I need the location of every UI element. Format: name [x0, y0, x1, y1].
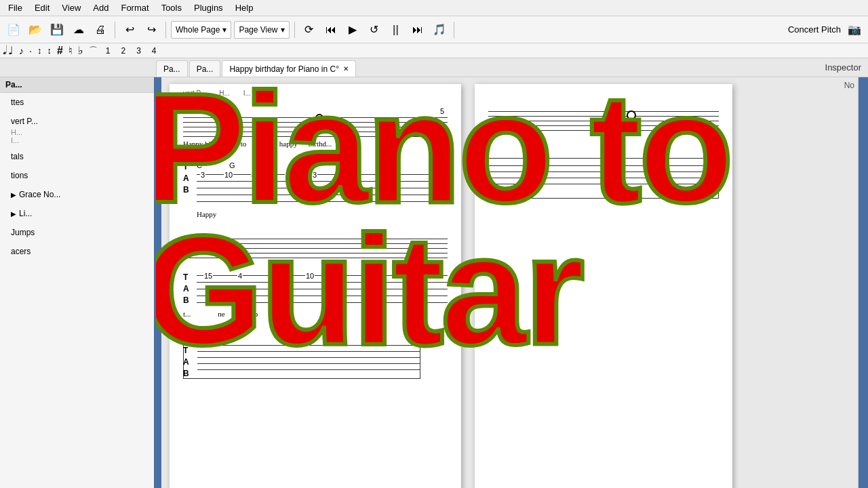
sidebar-item-li[interactable]: ▶ Li...: [5, 207, 150, 220]
num-4[interactable]: 4: [149, 46, 159, 56]
sidebar-item-acers[interactable]: acers: [5, 245, 150, 258]
undo-button[interactable]: ↩: [120, 20, 139, 39]
cloud-button[interactable]: ☁: [69, 20, 88, 39]
voice-symbol: ↕: [47, 45, 52, 56]
tl5: [197, 201, 448, 202]
open-button[interactable]: 📂: [26, 20, 45, 39]
tl2-4: [197, 296, 448, 296]
slur-symbol: ⌒: [89, 45, 98, 57]
blue-marker-left: [156, 77, 161, 488]
header-h: H...: [219, 89, 230, 97]
sidebar-item-grace[interactable]: ▶ Grace No...: [5, 188, 150, 201]
separator-4: [454, 22, 454, 38]
menu-add[interactable]: Add: [87, 1, 114, 14]
sl1: [183, 239, 448, 239]
menu-format[interactable]: Format: [115, 1, 154, 14]
tab-lines-1: 3 10 8 3 3 12 8: [183, 171, 448, 205]
num-3[interactable]: 3: [134, 46, 144, 56]
menu-view[interactable]: View: [56, 1, 86, 14]
tab-num-10b: 10: [305, 272, 315, 280]
sidebar-item-vert[interactable]: vert P...: [5, 115, 150, 128]
grace-arrow: ▶: [11, 191, 16, 199]
tab-2-close[interactable]: ✕: [343, 65, 349, 73]
view-zoom-dropdown[interactable]: Whole Page ▾: [171, 21, 231, 39]
redo-button[interactable]: ↪: [142, 20, 161, 39]
no-label-area: No: [844, 81, 854, 90]
lyric-3: you: [257, 140, 269, 148]
blue-marker-right: [859, 77, 868, 488]
tab-lines-2: 15 4 10: [183, 272, 448, 306]
chord-row-1: C G C: [183, 161, 448, 169]
num-1[interactable]: 1: [103, 46, 113, 56]
camera-button[interactable]: 📷: [845, 20, 864, 39]
tp2l3: [489, 178, 718, 178]
lyric-4: happy: [279, 140, 298, 148]
tab-staff-bottom: TAB: [183, 345, 448, 379]
score-area[interactable]: vert P... H... I... 5 Ha: [156, 77, 868, 488]
tl2-2: [197, 282, 448, 283]
sidebar-label-jumps: Jumps: [11, 228, 35, 237]
loop-button[interactable]: ⟳: [300, 20, 319, 39]
tab-2[interactable]: Happy birthday for Piano in C° ✕: [222, 60, 356, 77]
num-2[interactable]: 2: [118, 46, 128, 56]
staff-lines-2: [183, 239, 448, 258]
rewind-button[interactable]: ⏮: [321, 20, 340, 39]
palette-title-1: Pa...: [5, 80, 22, 89]
staff-lines-p2: [488, 111, 719, 131]
staff-line: [183, 127, 448, 127]
sl3: [183, 248, 448, 249]
sidebar-label-tals: tals: [11, 152, 24, 161]
menu-file[interactable]: File: [3, 1, 28, 14]
tl2-5: [197, 302, 448, 303]
tab-1[interactable]: Pa...: [189, 60, 221, 77]
tbl2: [197, 357, 420, 358]
note-symbol-3: ♪: [19, 45, 24, 56]
lyric-t: t...: [183, 310, 191, 318]
chord-g: G: [229, 161, 235, 169]
tbl4: [197, 369, 420, 370]
new-button[interactable]: 📄: [4, 20, 23, 39]
menu-tools[interactable]: Tools: [156, 1, 187, 14]
sidebar-label-grace: Grace No...: [19, 190, 60, 199]
tbl1: [197, 351, 420, 352]
sidebar-section-tals: tals: [0, 147, 155, 166]
view-mode-dropdown[interactable]: Page View ▾: [234, 21, 289, 39]
tl4: [197, 195, 448, 195]
save-button[interactable]: 💾: [47, 20, 66, 39]
tab-num-10: 10: [224, 171, 233, 179]
tab-num-3: 3: [200, 171, 205, 179]
sp2-l4: [488, 125, 719, 126]
separator-3: [294, 22, 295, 38]
sidebar-label-ttes: ttes: [11, 98, 24, 107]
menu-plugins[interactable]: Plugins: [189, 1, 229, 14]
sidebar-item-tals[interactable]: tals: [5, 150, 150, 163]
lyric-5: birthd...: [309, 140, 332, 148]
chord-c-1: C: [197, 161, 202, 169]
sl2: [183, 243, 448, 244]
metronome-button[interactable]: ||: [387, 20, 406, 39]
tab-0[interactable]: Pa...: [156, 60, 188, 77]
refresh-button[interactable]: ↺: [365, 20, 384, 39]
sidebar: Pa... ttes vert P... H... I... tals tion…: [0, 77, 156, 488]
concert-pitch-label: Concert Pitch: [788, 24, 841, 35]
end-button[interactable]: ⏭: [408, 20, 427, 39]
tab-num-4: 4: [237, 272, 243, 280]
tab-num-3c: 3: [312, 171, 317, 179]
sidebar-item-tions[interactable]: tions: [5, 169, 150, 182]
separator-2: [165, 22, 166, 38]
play-button[interactable]: ▶: [343, 20, 362, 39]
staff-area-2: [183, 239, 448, 258]
sidebar-item-ttes[interactable]: ttes: [5, 96, 150, 109]
sidebar-sub-h: H...: [11, 128, 150, 136]
tp2l1: [489, 165, 718, 166]
sidebar-section-grace: ▶ Grace No...: [0, 185, 155, 204]
menu-edit[interactable]: Edit: [29, 1, 55, 14]
midi-button[interactable]: 🎵: [430, 20, 449, 39]
p2-note-area: [488, 131, 719, 144]
lyric-1: Happy birthday: [183, 140, 230, 148]
menu-help[interactable]: Help: [230, 1, 259, 14]
sidebar-section-acers: acers: [0, 242, 155, 261]
print-button[interactable]: 🖨: [91, 20, 110, 39]
sidebar-item-jumps[interactable]: Jumps: [5, 226, 150, 239]
score-header-1: vert P... H... I...: [170, 84, 461, 97]
